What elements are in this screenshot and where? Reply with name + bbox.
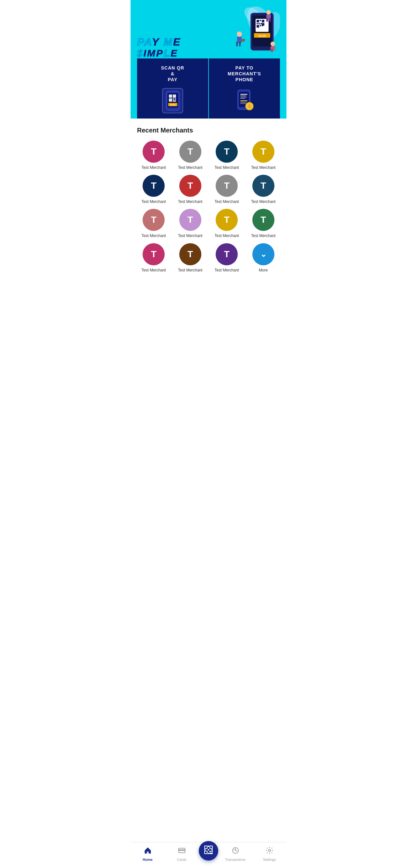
merchant-item[interactable]: TTest Merchant: [137, 209, 171, 238]
svg-rect-47: [240, 102, 246, 103]
pay-phone-icon: $: [233, 88, 256, 114]
merchant-name: Test Merchant: [178, 199, 202, 204]
merchant-item[interactable]: TTest Merchant: [210, 209, 244, 238]
nav-cards-label: Cards: [177, 858, 186, 862]
merchant-avatar: T: [143, 141, 165, 163]
merchant-avatar: T: [252, 141, 274, 163]
merchant-item[interactable]: TTest Merchant: [210, 243, 244, 273]
merchant-item[interactable]: TTest Merchant: [247, 175, 280, 204]
svg-rect-57: [211, 851, 213, 852]
svg-point-23: [266, 10, 271, 14]
svg-point-68: [269, 849, 271, 851]
svg-rect-45: [240, 98, 245, 99]
merchant-avatar: T: [216, 175, 238, 197]
merchant-item[interactable]: TTest Merchant: [210, 141, 244, 170]
merchant-item[interactable]: TTest Merchant: [137, 243, 171, 273]
merchant-item[interactable]: TTest Merchant: [137, 175, 171, 204]
scan-qr-button[interactable]: SCAN QR & PAY: [137, 58, 209, 119]
merchant-item[interactable]: TTest Merchant: [210, 175, 244, 204]
chevron-down-icon: ⌄: [260, 250, 267, 259]
home-icon: [144, 846, 152, 856]
nav-cards[interactable]: Cards: [165, 845, 199, 863]
svg-rect-58: [209, 853, 213, 854]
merchant-avatar: T: [143, 243, 165, 265]
svg-rect-43: [240, 95, 246, 96]
svg-rect-62: [208, 846, 209, 847]
merchant-name: Test Merchant: [215, 199, 239, 204]
svg-rect-14: [260, 25, 261, 26]
merchant-item[interactable]: TTest Merchant: [174, 209, 207, 238]
merchant-name: Test Merchant: [178, 165, 202, 170]
merchant-name: Test Merchant: [251, 165, 275, 170]
merchant-item[interactable]: TTest Merchant: [247, 141, 280, 170]
svg-rect-8: [262, 20, 264, 22]
merchant-avatar: T: [143, 175, 165, 197]
merchant-name: Test Merchant: [178, 268, 202, 273]
merchant-name: Test Merchant: [142, 165, 166, 170]
merchant-item[interactable]: TTest Merchant: [174, 243, 207, 273]
merchant-avatar: T: [143, 209, 165, 231]
logo-line2: $IMPLE: [137, 48, 221, 58]
svg-rect-32: [169, 94, 172, 98]
merchant-item[interactable]: TTest Merchant: [137, 141, 171, 170]
merchant-avatar: T: [216, 141, 238, 163]
more-merchants-button[interactable]: ⌄More: [247, 243, 280, 273]
svg-rect-42: [240, 94, 247, 95]
nav-qr-button[interactable]: [199, 841, 218, 861]
merchant-avatar: T: [179, 175, 201, 197]
svg-rect-35: [173, 98, 174, 100]
svg-rect-20: [236, 41, 238, 46]
nav-home[interactable]: Home: [130, 845, 165, 863]
merchants-grid: TTest MerchantTTest MerchantTTest Mercha…: [137, 141, 280, 273]
merchant-name: Test Merchant: [251, 199, 275, 204]
svg-rect-13: [257, 25, 259, 28]
merchant-name: Test Merchant: [178, 234, 202, 238]
header-illustration: SCAN: [221, 6, 280, 58]
merchant-avatar: T: [179, 209, 201, 231]
merchant-avatar: T: [252, 209, 274, 231]
svg-rect-56: [209, 851, 211, 852]
merchant-name: Test Merchant: [142, 234, 166, 238]
merchant-name: Test Merchant: [215, 268, 239, 273]
pay-phone-label: PAY TO MERCHANT'S PHONE: [214, 65, 275, 83]
svg-rect-34: [169, 98, 172, 102]
recent-merchants-section: Recent Merchants TTest MerchantTTest Mer…: [130, 119, 287, 282]
svg-rect-64: [208, 853, 209, 854]
scan-qr-icon: SCAN: [161, 88, 184, 114]
merchant-name: Test Merchant: [142, 268, 166, 273]
merchant-item[interactable]: TTest Merchant: [174, 141, 207, 170]
action-buttons: SCAN QR & PAY: [137, 58, 280, 119]
merchant-name: Test Merchant: [215, 234, 239, 238]
svg-rect-48: [240, 103, 247, 104]
nav-settings-label: Settings: [263, 858, 276, 862]
nav-home-label: Home: [143, 858, 153, 862]
nav-settings[interactable]: Settings: [252, 845, 287, 863]
merchant-item[interactable]: TTest Merchant: [247, 209, 280, 238]
svg-point-18: [237, 31, 242, 37]
merchant-name: Test Merchant: [215, 165, 239, 170]
settings-icon: [266, 846, 273, 856]
svg-rect-52: [179, 849, 185, 851]
qr-center-icon: [204, 845, 213, 857]
svg-rect-6: [257, 20, 259, 22]
recent-merchants-title: Recent Merchants: [137, 127, 280, 134]
merchant-avatar: T: [216, 209, 238, 231]
svg-rect-65: [211, 849, 213, 850]
header: PAY ME $IMPLE: [130, 0, 287, 119]
scan-qr-label: SCAN QR & PAY: [142, 65, 203, 83]
svg-rect-33: [173, 94, 176, 98]
svg-rect-63: [204, 849, 206, 850]
nav-transactions[interactable]: Transactions: [218, 845, 252, 863]
svg-rect-22: [242, 39, 245, 41]
svg-rect-46: [240, 100, 247, 101]
svg-text:SCAN: SCAN: [170, 104, 175, 106]
pay-phone-button[interactable]: PAY TO MERCHANT'S PHONE: [209, 58, 280, 119]
transactions-icon: [232, 846, 239, 856]
svg-rect-10: [259, 23, 260, 24]
nav-transactions-label: Transactions: [225, 858, 245, 862]
merchant-avatar: T: [179, 243, 201, 265]
merchant-item[interactable]: TTest Merchant: [174, 175, 207, 204]
merchant-name: Test Merchant: [251, 234, 275, 238]
svg-text:$: $: [248, 103, 251, 109]
merchant-avatar: T: [216, 243, 238, 265]
